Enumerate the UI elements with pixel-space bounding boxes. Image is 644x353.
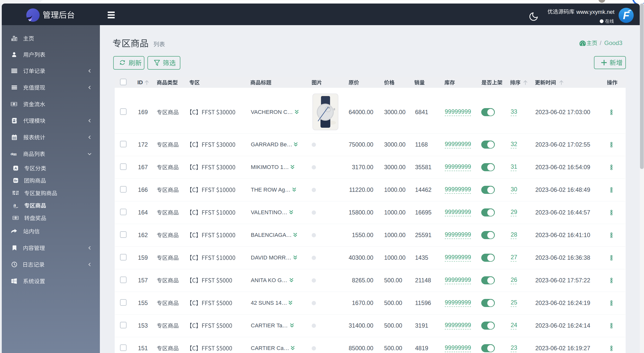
svg-text:1: 1 [13,103,14,105]
svg-text:digg: digg [11,152,16,156]
svg-text:1: 1 [15,217,16,219]
svg-text:Be: Be [14,179,17,182]
svg-text:a: a [13,203,16,208]
